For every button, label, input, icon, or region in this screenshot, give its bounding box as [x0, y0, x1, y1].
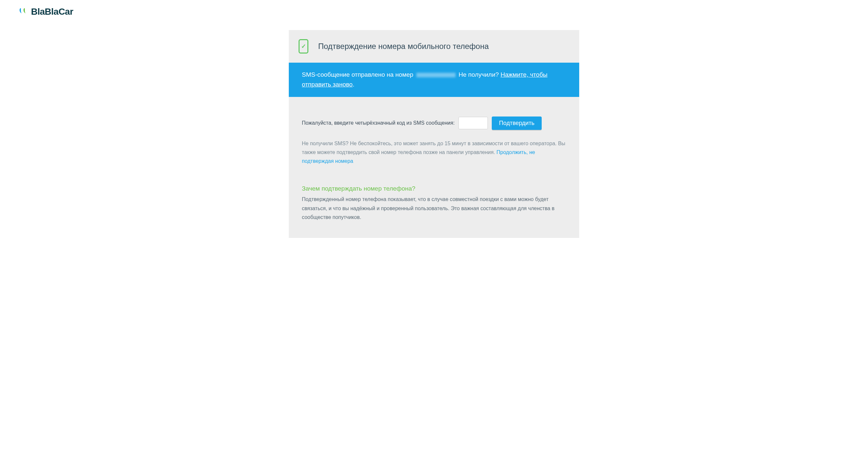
checkmark-icon: ✓ [301, 43, 306, 50]
page-title: Подтверждение номера мобильного телефона [318, 42, 489, 51]
why-section: Зачем подтверждать номер телефона? Подтв… [289, 175, 579, 238]
logo-icon [18, 7, 30, 16]
help-text: Не получили SMS? Не беспокойтесь, это мо… [302, 139, 566, 166]
content-wrapper: ✓ Подтверждение номера мобильного телефо… [0, 24, 868, 244]
phone-verified-icon: ✓ [299, 39, 308, 54]
logo-text: BlaBlaCar [31, 6, 73, 17]
card-header: ✓ Подтверждение номера мобильного телефо… [289, 30, 579, 63]
code-input-label: Пожалуйста, введите четырёхзначный код и… [302, 120, 455, 126]
header: BlaBlaCar [0, 0, 868, 24]
alert-not-received: Не получили? [459, 71, 499, 78]
code-input[interactable] [459, 117, 488, 129]
alert-sent-text: SMS-сообщение отправлено на номер [302, 71, 413, 78]
why-text: Подтвержденный номер телефона показывает… [302, 195, 566, 221]
code-form-row: Пожалуйста, введите четырёхзначный код и… [302, 117, 566, 130]
logo[interactable]: BlaBlaCar [18, 6, 868, 17]
form-section: Пожалуйста, введите четырёхзначный код и… [289, 97, 579, 176]
phone-number-redacted [416, 73, 456, 77]
sms-sent-alert: SMS-сообщение отправлено на номер Не пол… [289, 63, 579, 97]
verification-card: ✓ Подтверждение номера мобильного телефо… [289, 30, 579, 238]
confirm-button[interactable]: Подтвердить [492, 117, 541, 130]
why-title: Зачем подтверждать номер телефона? [302, 185, 566, 192]
